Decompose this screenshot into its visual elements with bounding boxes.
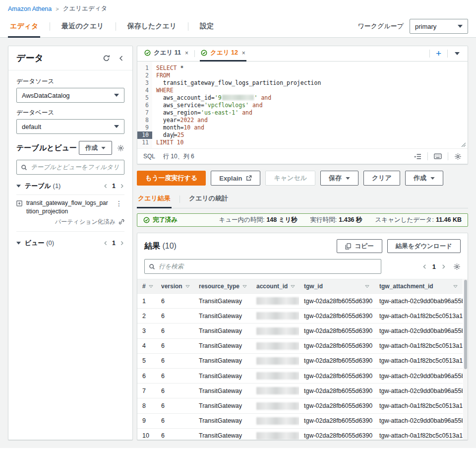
run-again-button[interactable]: もう一度実行する	[137, 171, 206, 186]
table-row[interactable]: 16TransitGatewaytgw-02da28fb6055d6390tgw…	[137, 294, 463, 309]
chevron-left-icon[interactable]	[422, 264, 427, 269]
table-cell: tgw-attach-02c9dd0bab96a55b6	[374, 294, 463, 309]
editor-code[interactable]: SELECT *FROM transit_gateway_flow_logs_p…	[152, 62, 468, 148]
results-count: (10)	[162, 242, 176, 250]
download-results-button[interactable]: 結果をダウンロード	[387, 239, 461, 253]
line-number: 8	[137, 117, 152, 124]
tab-list-caret-icon[interactable]	[453, 52, 462, 55]
results-tbody: 16TransitGatewaytgw-02da28fb6055d6390tgw…	[137, 294, 463, 441]
shortcuts-keyboard-icon[interactable]	[434, 153, 442, 159]
partitioned-badge: パーティション化済み	[16, 217, 124, 231]
tables-settings-gear-icon[interactable]	[117, 144, 124, 152]
save-button[interactable]: 保存	[320, 171, 358, 186]
close-icon[interactable]: ×	[185, 50, 188, 57]
table-item-name[interactable]: transit_gateway_flow_logs_partition_proj…	[26, 199, 110, 216]
clear-button[interactable]: クリア	[363, 171, 400, 186]
table-cell: 4	[137, 338, 156, 353]
chevron-right-icon[interactable]	[119, 184, 124, 189]
sql-editor[interactable]: 1234567891011 SELECT *FROM transit_gatew…	[137, 62, 468, 148]
table-row[interactable]: 36TransitGatewaytgw-02da28fb6055d6390tgw…	[137, 323, 463, 338]
views-section-header: ビュー (0) 1	[16, 231, 124, 252]
table-cell: TransitGateway	[194, 413, 251, 428]
query-editor-card: クエリ 11 × クエリ 12 × +	[137, 46, 468, 164]
workgroup-select[interactable]: primary	[410, 19, 468, 34]
database-label: データベース	[16, 109, 124, 117]
triangle-down-icon[interactable]	[16, 242, 21, 245]
create-query-button[interactable]: 作成	[405, 171, 443, 186]
triangle-down-icon[interactable]	[16, 185, 21, 188]
tab-divider	[50, 22, 50, 31]
vertical-scrollbar[interactable]	[463, 279, 468, 440]
results-page-number: 1	[432, 263, 436, 270]
caret-down-icon	[101, 147, 106, 149]
table-cell: 6	[137, 369, 156, 384]
sort-icon[interactable]	[365, 285, 369, 288]
tables-filter-input[interactable]	[31, 164, 120, 171]
table-row[interactable]: 66TransitGatewaytgw-02da28fb6055d6390tgw…	[137, 369, 463, 384]
results-settings-gear-icon[interactable]	[453, 263, 461, 270]
new-query-tab-button[interactable]: +	[435, 49, 442, 58]
chevron-right-icon[interactable]	[119, 241, 124, 246]
tab-editor[interactable]: エディタ	[8, 17, 40, 37]
tab-saved-queries[interactable]: 保存したクエリ	[125, 17, 179, 37]
line-number: 10	[137, 131, 152, 139]
table-cell: 6	[156, 428, 194, 440]
partitioned-link-icon[interactable]	[118, 219, 124, 225]
resize-handle-icon[interactable]	[461, 142, 466, 147]
editor-settings-gear-icon[interactable]	[454, 153, 462, 160]
table-row[interactable]: 106TransitGatewaytgw-02da28fb6055d6390tg…	[137, 428, 463, 440]
chevron-right-icon[interactable]	[441, 264, 446, 269]
result-tab-bar: クエリ結果 クエリの統計	[137, 193, 468, 208]
database-select[interactable]: default	[16, 119, 124, 134]
explain-button[interactable]: Explain	[211, 171, 260, 186]
sort-icon[interactable]	[291, 285, 295, 288]
table-row[interactable]: 76TransitGatewaytgw-02da28fb6055d6390tgw…	[137, 384, 463, 398]
table-row[interactable]: 96TransitGatewaytgw-02da28fb6055d6390tgw…	[137, 413, 463, 428]
table-cell: 6	[156, 309, 194, 323]
table-row[interactable]: 56TransitGatewaytgw-02da28fb6055d6390tgw…	[137, 353, 463, 368]
code-line: SELECT *	[156, 65, 468, 72]
table-cell: tgw-02da28fb6055d6390	[299, 323, 374, 338]
table-cell: 9	[137, 413, 156, 428]
tab-settings[interactable]: 設定	[198, 17, 216, 37]
chevron-left-icon[interactable]	[103, 241, 108, 246]
sort-icon[interactable]	[149, 285, 153, 288]
copy-button[interactable]: コピー	[337, 239, 382, 253]
format-indent-icon[interactable]	[414, 153, 421, 160]
tab-query-stats[interactable]: クエリの統計	[188, 191, 229, 208]
cancel-button: キャンセル	[265, 171, 315, 186]
views-count: (0)	[46, 239, 54, 247]
refresh-icon[interactable]	[103, 55, 110, 62]
table-cell: tgw-02da28fb6055d6390	[299, 413, 374, 428]
table-row[interactable]: 46TransitGatewaytgw-02da28fb6055d6390tgw…	[137, 338, 463, 353]
sort-icon[interactable]	[185, 285, 190, 288]
datasource-select[interactable]: AwsDataCatalog	[16, 88, 124, 103]
close-icon[interactable]: ×	[242, 50, 245, 57]
cursor-position: 行 10、列 6	[163, 152, 414, 161]
table-row[interactable]: 26TransitGatewaytgw-02da28fb6055d6390tgw…	[137, 309, 463, 323]
tab-query-results[interactable]: クエリ結果	[137, 191, 172, 208]
table-cell: tgw-attach-0a1f82bc5c0513a12	[374, 338, 463, 353]
tables-page-number: 1	[112, 183, 116, 190]
table-list-item[interactable]: transit_gateway_flow_logs_partition_proj…	[16, 194, 124, 217]
expand-table-icon[interactable]	[16, 200, 22, 206]
content-area: データ データソース AwsDataCatalog データベース default	[0, 38, 476, 448]
collapse-panel-icon[interactable]	[118, 55, 124, 62]
breadcrumb-chevron-icon: >	[56, 6, 59, 12]
breadcrumb-root-link[interactable]: Amazon Athena	[8, 5, 52, 12]
table-cell: tgw-attach-02c9dd0bab96a55b6	[374, 384, 463, 398]
sort-icon[interactable]	[453, 285, 458, 288]
table-cell: 6	[156, 323, 194, 338]
table-row[interactable]: 86TransitGatewaytgw-02da28fb6055d6390tgw…	[137, 398, 463, 413]
tab-recent-queries[interactable]: 最近のクエリ	[60, 17, 106, 37]
row-search-input[interactable]	[159, 263, 377, 270]
datasource-label: データソース	[16, 77, 124, 86]
create-button[interactable]: 作成	[79, 141, 112, 155]
sort-icon[interactable]	[242, 285, 247, 288]
chevron-left-icon[interactable]	[103, 184, 108, 189]
table-cell: 10	[137, 428, 156, 440]
kebab-menu-icon[interactable]: ⋮	[114, 199, 124, 208]
query-tab-11[interactable]: クエリ 11 ×	[143, 46, 189, 61]
query-tab-12[interactable]: クエリ 12 ×	[200, 46, 246, 61]
table-cell: TransitGateway	[194, 369, 251, 384]
